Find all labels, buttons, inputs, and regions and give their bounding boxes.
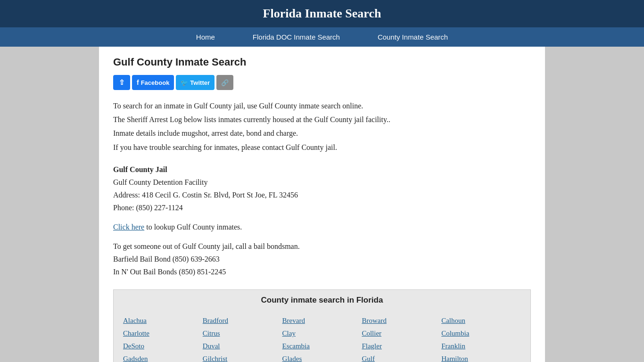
county-link[interactable]: Charlotte [123, 328, 203, 339]
county-link[interactable]: Gilchrist [203, 354, 282, 362]
county-grid: AlachuaBradfordBrevardBrowardCalhounChar… [114, 311, 530, 362]
desc-line-1: To search for an inmate in Gulf County j… [113, 99, 531, 112]
county-link[interactable]: Franklin [441, 341, 521, 352]
link-button[interactable]: 🔗 [216, 75, 233, 90]
jail-phone: Phone: (850) 227-1124 [113, 201, 531, 214]
facebook-button[interactable]: f Facebook [132, 75, 174, 90]
bail-bond-2: In N' Out Bail Bonds (850) 851-2245 [113, 265, 531, 278]
facebook-label: Facebook [141, 79, 170, 86]
county-link[interactable]: Glades [282, 354, 362, 362]
twitter-button[interactable]: 🐦 Twitter [176, 75, 215, 90]
desc-line-3: Inmate details include mugshot, arrest d… [113, 127, 531, 140]
nav-doc-search[interactable]: Florida DOC Inmate Search [234, 27, 359, 47]
county-link[interactable]: Brevard [282, 315, 362, 326]
twitter-icon: 🐦 [181, 79, 188, 86]
page-title: Gulf County Inmate Search [113, 56, 531, 68]
county-link[interactable]: Collier [362, 328, 441, 339]
county-link[interactable]: DeSoto [123, 341, 203, 352]
site-title: Florida Inmate Search [9, 7, 635, 21]
social-buttons: ⇧ f Facebook 🐦 Twitter 🔗 [113, 75, 531, 90]
jail-info-section: Gulf County Jail Gulf County Detention F… [113, 163, 531, 214]
county-section: County inmate search in Florida AlachuaB… [113, 289, 531, 362]
county-link[interactable]: Clay [282, 328, 362, 339]
bail-intro: To get someone out of Gulf County jail, … [113, 240, 531, 253]
link-icon: 🔗 [221, 79, 229, 86]
desc-line-2: The Sheriff Arrest Log below lists inmat… [113, 113, 531, 126]
county-link[interactable]: Gulf [362, 354, 441, 362]
lookup-suffix: to lookup Gulf County inmates. [144, 223, 242, 231]
county-link[interactable]: Duval [203, 341, 282, 352]
lookup-link[interactable]: Click here [113, 223, 144, 231]
nav-home[interactable]: Home [177, 27, 234, 47]
county-link[interactable]: Columbia [441, 328, 521, 339]
lookup-section: Click here to lookup Gulf County inmates… [113, 223, 531, 231]
county-link[interactable]: Broward [362, 315, 441, 326]
county-link[interactable]: Citrus [203, 328, 282, 339]
county-section-title: County inmate search in Florida [114, 290, 530, 311]
county-link[interactable]: Calhoun [441, 315, 521, 326]
jail-title: Gulf County Jail [113, 163, 531, 176]
share-icon: ⇧ [119, 78, 125, 87]
bail-bond-1: Barfield Bail Bond (850) 639-2663 [113, 253, 531, 265]
share-button[interactable]: ⇧ [113, 75, 130, 90]
main-nav: Home Florida DOC Inmate Search County In… [0, 27, 644, 47]
jail-name: Gulf County Detention Facility [113, 176, 531, 189]
county-link[interactable]: Hamilton [441, 354, 521, 362]
site-header: Florida Inmate Search [0, 0, 644, 27]
description-section: To search for an inmate in Gulf County j… [113, 99, 531, 154]
county-link[interactable]: Flagler [362, 341, 441, 352]
content-area: Gulf County Inmate Search ⇧ f Facebook 🐦… [99, 47, 545, 362]
facebook-icon: f [137, 79, 139, 86]
nav-county-search[interactable]: County Inmate Search [359, 27, 467, 47]
bail-info-section: To get someone out of Gulf County jail, … [113, 240, 531, 279]
county-link[interactable]: Gadsden [123, 354, 203, 362]
jail-address: Address: 418 Cecil G. Costin Sr. Blvd, P… [113, 189, 531, 201]
county-link[interactable]: Bradford [203, 315, 282, 326]
county-link[interactable]: Escambia [282, 341, 362, 352]
twitter-label: Twitter [190, 79, 210, 86]
county-link[interactable]: Alachua [123, 315, 203, 326]
desc-line-4: If you have trouble searching for inmate… [113, 141, 531, 154]
